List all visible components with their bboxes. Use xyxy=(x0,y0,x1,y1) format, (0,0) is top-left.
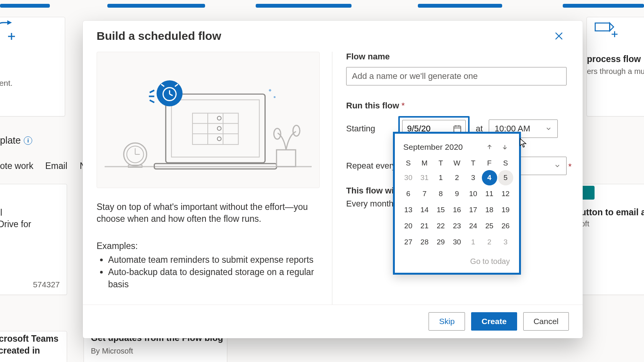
calendar-dow: W xyxy=(449,157,465,170)
run-count: 574327 xyxy=(33,280,60,289)
calendar-day[interactable]: 7 xyxy=(417,186,432,201)
modal-right-pane: Flow name Run this flow * Starting xyxy=(332,52,583,305)
calendar-month-label[interactable]: September 2020 xyxy=(403,143,463,152)
calendar-day[interactable]: 21 xyxy=(417,218,432,234)
svg-rect-5 xyxy=(171,100,259,157)
skip-button[interactable]: Skip xyxy=(429,312,465,331)
calendar-dow: F xyxy=(481,157,497,170)
svg-rect-4 xyxy=(166,94,265,162)
calendar-day[interactable]: 15 xyxy=(433,202,449,218)
calendar-day[interactable]: 23 xyxy=(449,218,465,234)
date-picker-popover: September 2020 SMTWTFS 30311234567891011… xyxy=(393,132,521,275)
template-card-process[interactable]: process flow ers through a multiste xyxy=(586,17,644,116)
close-button[interactable] xyxy=(551,28,567,44)
svg-point-22 xyxy=(293,125,300,136)
svg-rect-1 xyxy=(595,23,610,31)
calendar-day[interactable]: 8 xyxy=(433,186,449,201)
tab-email[interactable]: Email xyxy=(45,161,67,171)
modal-illustration xyxy=(97,52,320,188)
starting-label: Starting xyxy=(346,124,392,134)
calendar-dow: T xyxy=(433,157,449,170)
calendar-day[interactable]: 14 xyxy=(417,202,432,218)
modal-description: Stay on top of what's important without … xyxy=(97,201,318,225)
example-item: Auto-backup data to designated storage o… xyxy=(108,266,318,290)
arrow-up-icon xyxy=(486,144,493,151)
calendar-day[interactable]: 13 xyxy=(401,202,416,218)
calendar-day[interactable]: 5 xyxy=(498,170,513,185)
template-heading: plate i xyxy=(0,135,32,146)
calendar-day[interactable]: 25 xyxy=(482,218,497,234)
calendar-day[interactable]: 1 xyxy=(465,234,481,250)
scheduled-flow-modal: Build a scheduled flow xyxy=(83,21,583,338)
svg-point-23 xyxy=(274,96,276,98)
template-card-button[interactable]: utton to email a no oft xyxy=(579,184,644,295)
calendar-day[interactable]: 3 xyxy=(498,234,513,250)
chevron-down-icon xyxy=(545,125,552,132)
create-button[interactable]: Create xyxy=(471,312,517,331)
examples-list: Automate team reminders to submit expens… xyxy=(97,254,318,291)
calendar-day[interactable]: 2 xyxy=(482,234,497,250)
calendar-day[interactable]: 24 xyxy=(465,218,481,234)
calendar-day[interactable]: 11 xyxy=(482,186,497,201)
process-plus-icon xyxy=(595,20,618,41)
svg-point-14 xyxy=(217,137,221,141)
tab-remote-work[interactable]: ote work xyxy=(0,161,33,171)
calendar-day[interactable]: 16 xyxy=(449,202,465,218)
calendar-day[interactable]: 4 xyxy=(482,170,497,185)
svg-rect-28 xyxy=(454,126,461,132)
close-icon xyxy=(554,31,564,41)
calendar-day[interactable]: 31 xyxy=(417,170,432,185)
modal-left-pane: Stay on top of what's important without … xyxy=(83,52,332,305)
required-asterisk: * xyxy=(568,162,572,172)
calendar-day[interactable]: 20 xyxy=(401,218,416,234)
modal-footer: Skip Create Cancel xyxy=(83,305,583,338)
flow-plus-icon xyxy=(0,20,16,41)
arrow-down-icon xyxy=(501,144,508,151)
svg-marker-0 xyxy=(7,20,12,25)
calendar-day[interactable]: 30 xyxy=(449,234,465,250)
calendar-day[interactable]: 29 xyxy=(433,234,449,250)
cancel-button[interactable]: Cancel xyxy=(523,312,569,331)
required-asterisk: * xyxy=(401,101,405,110)
examples-label: Examples: xyxy=(97,241,318,251)
calendar-prev-button[interactable] xyxy=(484,141,495,153)
repeat-label: Repeat every xyxy=(346,161,400,171)
calendar-grid: SMTWTFS 30311234567891011121314151617181… xyxy=(400,157,514,250)
calendar-day[interactable]: 18 xyxy=(482,202,497,218)
calendar-day[interactable]: 1 xyxy=(433,170,449,185)
calendar-dow: T xyxy=(465,157,481,170)
calendar-dow: M xyxy=(416,157,432,170)
svg-marker-2 xyxy=(610,23,613,31)
calendar-day[interactable]: 6 xyxy=(401,186,416,201)
calendar-day[interactable]: 27 xyxy=(401,234,416,250)
calendar-day[interactable]: 10 xyxy=(465,186,481,201)
run-flow-label: Run this flow xyxy=(346,101,399,110)
flow-name-label: Flow name xyxy=(346,52,567,62)
svg-point-13 xyxy=(217,126,221,130)
app-icon xyxy=(581,186,595,200)
svg-point-12 xyxy=(217,116,221,120)
svg-rect-7 xyxy=(192,113,238,144)
flow-name-input[interactable] xyxy=(346,67,567,85)
calendar-day[interactable]: 12 xyxy=(498,186,513,201)
calendar-day[interactable]: 19 xyxy=(498,202,513,218)
calendar-day[interactable]: 17 xyxy=(465,202,481,218)
calendar-day[interactable]: 9 xyxy=(449,186,465,201)
calendar-day[interactable]: 22 xyxy=(433,218,449,234)
calendar-day[interactable]: 28 xyxy=(417,234,432,250)
example-item: Automate team reminders to submit expens… xyxy=(108,254,318,266)
bg-text: ignated event. xyxy=(0,79,13,88)
calendar-next-button[interactable] xyxy=(499,141,511,153)
calendar-day[interactable]: 26 xyxy=(498,218,513,234)
svg-rect-20 xyxy=(276,150,296,167)
calendar-day[interactable]: 3 xyxy=(465,170,481,185)
svg-point-21 xyxy=(274,128,281,139)
go-to-today-link[interactable]: Go to today xyxy=(400,250,514,266)
calendar-day[interactable]: 2 xyxy=(449,170,465,185)
template-card[interactable]: o Microsoft Teams k is created in xyxy=(0,331,67,362)
calendar-day[interactable]: 30 xyxy=(401,170,416,185)
calendar-dow: S xyxy=(400,157,416,170)
info-icon[interactable]: i xyxy=(24,136,32,145)
chevron-down-icon xyxy=(554,162,561,169)
template-card[interactable]: email OneDrive for 574327 xyxy=(0,184,67,295)
